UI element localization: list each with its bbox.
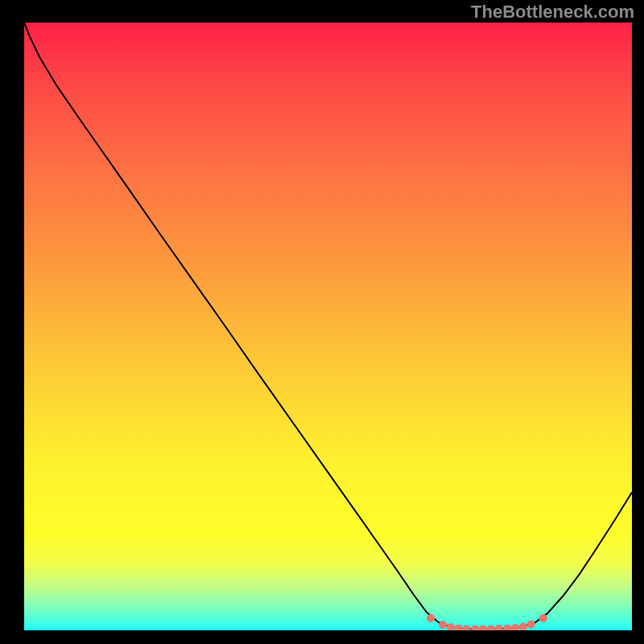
- highlight-marker: [487, 625, 495, 631]
- highlight-marker: [479, 625, 487, 631]
- highlight-marker: [427, 614, 435, 622]
- watermark-text: TheBottleneck.com: [471, 2, 634, 23]
- chart-plot-area: [24, 23, 632, 630]
- highlight-marker: [439, 621, 447, 629]
- highlight-marker: [527, 621, 535, 629]
- chart-svg: [24, 23, 632, 630]
- highlight-marker: [539, 614, 547, 622]
- bottleneck-curve: [24, 23, 632, 630]
- highlight-marker: [503, 625, 511, 630]
- highlight-marker: [495, 625, 503, 630]
- highlight-marker: [511, 624, 519, 630]
- highlight-markers: [427, 614, 547, 630]
- highlight-marker: [463, 625, 471, 631]
- highlight-marker: [519, 623, 527, 631]
- highlight-marker: [447, 623, 455, 630]
- highlight-marker: [455, 625, 463, 630]
- highlight-marker: [471, 625, 479, 631]
